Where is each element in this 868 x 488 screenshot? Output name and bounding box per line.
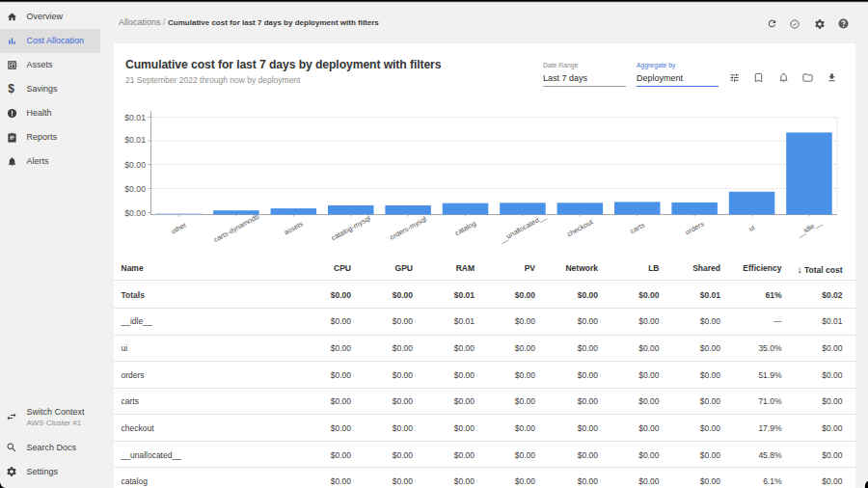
svg-text:carts: carts <box>629 221 647 236</box>
svg-text:carts-dynamodb: carts-dynamodb <box>212 212 260 244</box>
svg-text:catalog-mysql: catalog-mysql <box>330 213 372 242</box>
svg-text:ui: ui <box>747 223 757 233</box>
svg-text:orders: orders <box>684 219 706 236</box>
svg-text:orders-mysql: orders-mysql <box>388 214 428 241</box>
svg-text:$0.00: $0.00 <box>124 208 146 218</box>
svg-text:catalog: catalog <box>453 219 477 237</box>
svg-text:checkout: checkout <box>565 217 594 238</box>
svg-text:$0.01: $0.01 <box>124 135 146 145</box>
svg-text:$0.00: $0.00 <box>124 160 146 170</box>
svg-text:__idle__: __idle__ <box>795 217 824 238</box>
svg-text:$0.01: $0.01 <box>124 113 146 122</box>
svg-text:other: other <box>170 220 188 235</box>
svg-text:$0.00: $0.00 <box>124 184 146 194</box>
svg-text:assets: assets <box>283 219 305 236</box>
